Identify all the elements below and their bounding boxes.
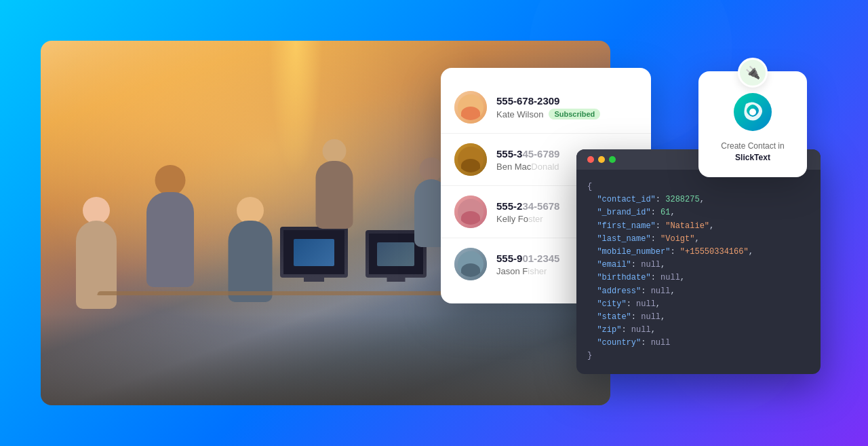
window-dot-yellow bbox=[598, 156, 605, 163]
background: 555-678-2309 Kate Wilson Subscribed 555-… bbox=[0, 0, 868, 446]
json-code-card: { "contact_id": 3288275, "_brand_id": 61… bbox=[576, 149, 821, 374]
plugin-service-name: SlickText bbox=[735, 153, 770, 162]
contact-name-ben: Ben MacDonald bbox=[496, 162, 559, 172]
person-1 bbox=[69, 197, 123, 333]
avatar-kate bbox=[454, 91, 487, 124]
plugin-action-text: Create Contact in bbox=[721, 141, 784, 151]
avatar-jason bbox=[454, 248, 487, 280]
contact-name-kelly: Kelly Foster bbox=[496, 214, 543, 224]
window-dot-red bbox=[587, 156, 594, 163]
contact-info-kate: 555-678-2309 Kate Wilson Subscribed bbox=[496, 95, 637, 119]
svg-point-1 bbox=[749, 109, 756, 115]
person-4 bbox=[314, 139, 355, 241]
plugin-action-label: Create Contact in SlickText bbox=[709, 141, 796, 164]
plugin-card[interactable]: 🔌 Create Contact in SlickText bbox=[698, 71, 807, 177]
contact-item-kate[interactable]: 555-678-2309 Kate Wilson Subscribed bbox=[441, 81, 651, 134]
plugin-icon-wrapper: 🔌 bbox=[738, 58, 768, 88]
window-dot-green bbox=[609, 156, 616, 163]
slicktext-logo bbox=[732, 92, 773, 132]
plug-icon: 🔌 bbox=[745, 65, 760, 80]
contact-name-kate: Kate Wilson bbox=[496, 109, 543, 119]
contact-name-jason: Jason Fisher bbox=[496, 266, 547, 276]
contact-phone-kate: 555-678-2309 bbox=[496, 95, 637, 107]
code-content: { "contact_id": 3288275, "_brand_id": 61… bbox=[576, 170, 821, 374]
subscribed-badge: Subscribed bbox=[549, 109, 600, 119]
floor bbox=[41, 314, 610, 405]
contact-name-row-kate: Kate Wilson Subscribed bbox=[496, 109, 637, 119]
avatar-ben bbox=[454, 143, 487, 176]
avatar-kelly bbox=[454, 196, 487, 228]
person-3 bbox=[223, 197, 277, 333]
